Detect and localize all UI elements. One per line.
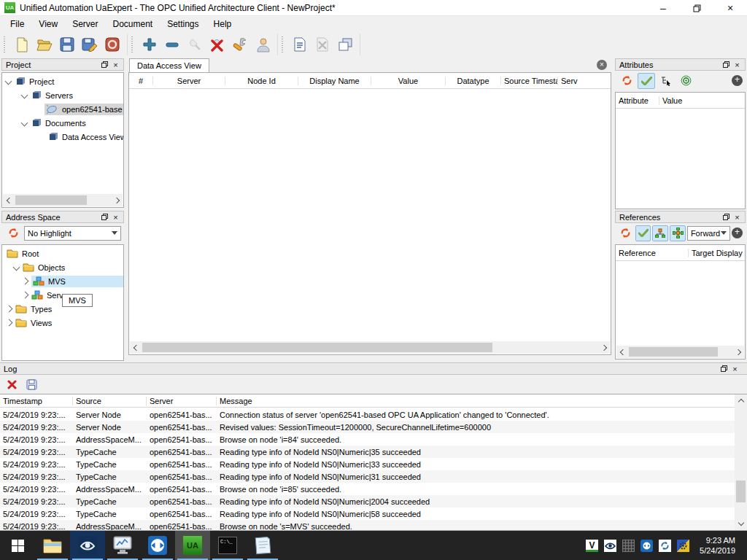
taskbar-clock[interactable]: 9:23 AM 5/24/2019 — [695, 535, 743, 556]
taskbar-cmd[interactable]: C:\_ — [210, 531, 245, 560]
column-header-source[interactable]: Source — [73, 397, 147, 405]
menu-help[interactable]: Help — [206, 18, 239, 31]
close-panel-icon[interactable]: × — [110, 60, 121, 70]
expand-select-button[interactable] — [657, 73, 675, 89]
direction-dropdown[interactable]: Forward — [687, 226, 730, 241]
float-panel-icon[interactable] — [721, 212, 732, 222]
close-panel-icon[interactable]: × — [729, 364, 740, 374]
toolbar-grip[interactable] — [281, 36, 285, 52]
menu-settings[interactable]: Settings — [160, 18, 206, 31]
log-row[interactable]: 5/24/2019 9:23:...AddressSpaceM...open62… — [0, 520, 735, 531]
tree-item-documents[interactable]: Documents — [2, 116, 123, 130]
highlight-target-button[interactable] — [677, 73, 694, 89]
column-header-server[interactable]: Server — [147, 397, 217, 405]
taskbar-eye-app[interactable] — [70, 531, 105, 560]
float-panel-icon[interactable] — [99, 60, 110, 70]
server-properties-button[interactable] — [228, 34, 251, 55]
connect-server-button[interactable] — [183, 34, 206, 55]
taskbar-notepad[interactable] — [245, 531, 280, 560]
remove-document-button[interactable] — [311, 34, 333, 55]
scroll-up-icon[interactable] — [735, 394, 747, 407]
add-reference-icon[interactable]: + — [732, 228, 743, 238]
chevron-down-icon[interactable] — [13, 264, 20, 271]
tree-item-root[interactable]: Root — [2, 246, 123, 260]
scroll-left-icon[interactable] — [130, 341, 142, 354]
tree-item-views[interactable]: Views — [2, 316, 123, 330]
tray-eye-icon[interactable] — [604, 540, 616, 552]
tree-item-open62541-server[interactable]: open62541-base — [2, 102, 123, 116]
log-vertical-scrollbar[interactable] — [735, 394, 747, 530]
taskbar-monitor-app[interactable] — [105, 531, 140, 560]
open-project-button[interactable] — [33, 34, 55, 55]
menu-document[interactable]: Document — [105, 18, 160, 31]
log-row[interactable]: 5/24/2019 9:23:...Server Nodeopen62541-b… — [0, 408, 735, 421]
scroll-left-icon[interactable] — [3, 194, 15, 206]
log-row[interactable]: 5/24/2019 9:23:...AddressSpaceM...open62… — [0, 483, 735, 495]
scroll-left-icon[interactable] — [616, 346, 629, 358]
follow-references-toggle[interactable] — [670, 225, 686, 241]
add-attribute-icon[interactable]: + — [732, 75, 743, 86]
scrollbar-thumb[interactable] — [629, 347, 718, 357]
dav-horizontal-scrollbar[interactable] — [130, 341, 610, 354]
taskbar-file-explorer[interactable] — [35, 531, 70, 560]
float-panel-icon[interactable] — [721, 60, 732, 70]
column-header-timestamp[interactable]: Timestamp — [0, 397, 73, 405]
tree-item-data-access-view[interactable]: Data Access View — [2, 130, 123, 144]
cascade-windows-button[interactable] — [333, 34, 356, 55]
scrollbar-thumb[interactable] — [736, 481, 746, 502]
close-panel-icon[interactable]: × — [732, 60, 743, 70]
save-project-button[interactable] — [55, 34, 78, 55]
tree-item-mvs[interactable]: MVS — [2, 274, 123, 288]
add-server-button[interactable] — [138, 34, 160, 55]
log-row[interactable]: 5/24/2019 9:23:...TypeCacheopen62541-bas… — [0, 470, 735, 483]
hierarchical-references-toggle[interactable] — [652, 225, 668, 241]
column-header-datatype[interactable]: Datatype — [446, 77, 501, 85]
close-button[interactable]: × — [713, 0, 747, 16]
column-header-number[interactable]: # — [129, 77, 153, 85]
float-panel-icon[interactable] — [719, 364, 729, 374]
tray-teamviewer-icon[interactable] — [640, 540, 653, 552]
disconnect-server-button[interactable] — [206, 34, 228, 55]
column-header-node-id[interactable]: Node Id — [225, 77, 298, 85]
restore-button[interactable] — [680, 0, 713, 16]
chevron-down-icon[interactable] — [21, 120, 28, 127]
column-header-reference[interactable]: Reference — [616, 249, 689, 257]
tray-grid-icon[interactable] — [622, 540, 635, 552]
quit-button[interactable] — [101, 34, 123, 55]
tray-vcxsrv-icon[interactable]: V — [586, 540, 598, 552]
column-header-server[interactable]: Server — [153, 77, 225, 85]
new-project-button[interactable] — [10, 34, 33, 55]
log-row[interactable]: 5/24/2019 9:23:...TypeCacheopen62541-bas… — [0, 446, 735, 458]
chevron-down-icon[interactable] — [21, 92, 28, 99]
save-project-as-button[interactable] — [78, 34, 101, 55]
auto-update-toggle[interactable] — [638, 73, 655, 89]
chevron-right-icon[interactable] — [6, 306, 13, 313]
scroll-down-icon[interactable] — [735, 518, 747, 530]
tab-data-access-view[interactable]: Data Access View — [129, 58, 209, 72]
tree-item-objects[interactable]: Objects — [2, 260, 123, 274]
chevron-right-icon[interactable] — [6, 319, 13, 327]
highlight-dropdown[interactable]: No Highlight — [24, 226, 121, 241]
start-button[interactable] — [0, 531, 35, 560]
scroll-right-icon[interactable] — [597, 341, 610, 354]
column-header-display-name[interactable]: Display Name — [298, 77, 371, 85]
remove-server-button[interactable] — [160, 34, 183, 55]
menu-view[interactable]: View — [31, 18, 65, 31]
close-panel-icon[interactable]: × — [110, 212, 121, 222]
refresh-references-button[interactable] — [618, 225, 634, 241]
chevron-right-icon[interactable] — [22, 292, 29, 299]
references-horizontal-scrollbar[interactable] — [616, 346, 744, 358]
log-row[interactable]: 5/24/2019 9:23:...TypeCacheopen62541-bas… — [0, 458, 735, 470]
toolbar-grip[interactable] — [3, 36, 7, 52]
taskbar-uaexpert[interactable]: UA — [175, 531, 210, 560]
chevron-right-icon[interactable] — [22, 278, 29, 285]
project-horizontal-scrollbar[interactable] — [3, 194, 123, 206]
tray-settings-gear-icon[interactable] — [677, 540, 689, 552]
log-row[interactable]: 5/24/2019 9:23:...TypeCacheopen62541-bas… — [0, 508, 735, 520]
log-row[interactable]: 5/24/2019 9:23:...AddressSpaceM...open62… — [0, 433, 735, 446]
close-tab-icon[interactable]: × — [597, 60, 607, 70]
log-row[interactable]: 5/24/2019 9:23:...TypeCacheopen62541-bas… — [0, 495, 735, 508]
log-row[interactable]: 5/24/2019 9:23:...Server Nodeopen62541-b… — [0, 421, 735, 433]
column-header-attribute[interactable]: Attribute — [616, 96, 659, 105]
column-header-value[interactable]: Value — [659, 96, 745, 105]
